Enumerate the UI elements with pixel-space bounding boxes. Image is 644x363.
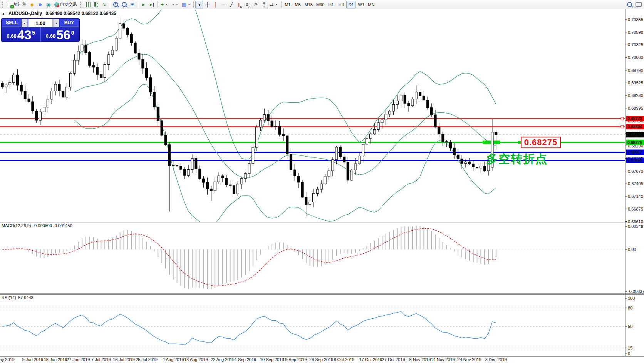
candlestick-chart-button[interactable] [92, 1, 100, 8]
zoom-in-button[interactable]: + [112, 1, 120, 8]
search-button[interactable] [626, 1, 634, 8]
svg-text:0.68773: 0.68773 [627, 116, 642, 121]
periods-button[interactable]: ◔▼ [170, 1, 180, 8]
rsi-tick-label: 50 [628, 324, 632, 329]
time-axis[interactable]: 30 May 20199 Jun 201918 Jun 201927 Jun 2… [0, 357, 507, 362]
horizontal-line-tool-button[interactable]: ─ [220, 1, 227, 8]
one-click-trading-panel: SELL ▼ ▲ BUY 0.68435 0.68560 [1, 18, 80, 42]
volume-increase-button[interactable]: ▲ [53, 19, 59, 27]
level-price-callout[interactable]: 0.68275 [521, 137, 561, 148]
crosshair-icon: ┼ [206, 2, 209, 7]
buy-price[interactable]: 0.68560 [40, 27, 80, 42]
timeframe-group: M1M5M15M30H1H4D1W1MN [283, 1, 376, 8]
bar-chart-button[interactable] [84, 1, 92, 8]
timeframe-button-D1[interactable]: D1 [346, 1, 356, 8]
signals-button[interactable]: ◉ [45, 1, 52, 8]
toolbar-separator [110, 1, 110, 8]
channel-tool-button[interactable]: ∥E [236, 1, 243, 8]
rsi-tick-label: 100 [628, 296, 635, 301]
date-tick-label: 9 Jun 2019 [22, 357, 43, 362]
arrows-icon: ⇄ [270, 2, 274, 7]
rsi-tick-label: 0 [628, 351, 630, 356]
chart-canvas[interactable]: 0.708550.705900.703250.700600.697900.695… [0, 0, 644, 363]
zoom-out-button[interactable]: − [120, 1, 128, 8]
new-order-button[interactable]: + 新订单 [6, 1, 28, 8]
volume-input[interactable] [28, 19, 53, 27]
new-order-label: 新订单 [13, 2, 26, 7]
person-icon: ☻ [38, 2, 43, 7]
sell-button[interactable]: SELL [2, 19, 21, 27]
trendline-tool-button[interactable]: ╱ [228, 1, 235, 8]
rsi-tick-label: 15 [628, 346, 632, 350]
chart-shift-button[interactable]: ▶ [148, 1, 156, 8]
text-tool-button[interactable]: A [252, 1, 260, 8]
vertical-line-tool-button[interactable]: │ [211, 1, 219, 8]
timeframe-button-M15[interactable]: M15 [303, 1, 314, 8]
svg-text:0.68604: 0.68604 [627, 124, 642, 129]
toolbar-separator [281, 1, 282, 8]
indicators-icon: + [161, 2, 164, 7]
date-tick-label: 7 Jul 2019 [91, 357, 111, 362]
cursor-icon: ▲ [196, 2, 202, 7]
date-tick-label: 29 Sep 2019 [309, 357, 333, 362]
price-tick-label: 0.70590 [628, 30, 643, 35]
market-watch-button[interactable]: ◆ [28, 1, 36, 8]
buy-button[interactable]: BUY [60, 19, 79, 27]
auto-trading-icon [54, 2, 59, 7]
arrows-tool-button[interactable]: ⇄▼ [268, 1, 280, 8]
timeframe-button-H1[interactable]: H1 [326, 1, 336, 8]
date-tick-label: 17 Oct 2019 [359, 357, 382, 362]
timeframe-button-M1[interactable]: M1 [283, 1, 293, 8]
search-icon [627, 2, 632, 7]
toolbar-drag-handle[interactable] [2, 2, 5, 8]
chart-symbol: AUDUSD-,Daily [8, 11, 42, 16]
chart-title: ▲ AUDUSD-,Daily 0.68490 0.68542 0.68122 … [2, 11, 116, 16]
line-selection-handle[interactable] [621, 117, 624, 120]
line-chart-icon: ∿ [102, 2, 106, 7]
price-tick-label: 0.70855 [628, 17, 643, 22]
sell-price-prefix: 0.68 [7, 33, 16, 40]
auto-trading-button[interactable]: 自动交易 [53, 1, 79, 8]
timeframe-button-H4[interactable]: H4 [336, 1, 346, 8]
crosshair-tool-button[interactable]: ┼ [203, 1, 211, 8]
chat-button[interactable] [634, 1, 643, 8]
sell-price[interactable]: 0.68435 [2, 27, 40, 42]
turning-point-note[interactable]: 多空转折点 [486, 153, 548, 165]
toolbar-separator [138, 1, 138, 8]
rsi-label: RSI(14) 57.9443 [2, 295, 34, 300]
timeframe-button-W1[interactable]: W1 [356, 1, 366, 8]
price-tick-label: 0.67670 [628, 169, 643, 174]
collapse-arrow-icon[interactable]: ▲ [2, 12, 5, 15]
date-tick-label: 14 Nov 2019 [431, 357, 455, 362]
indicators-button[interactable]: +▼ [159, 1, 169, 8]
timeframe-button-MN[interactable]: MN [366, 1, 376, 8]
line-chart-button[interactable]: ∿ [101, 1, 108, 8]
price-tick-label: 0.70060 [628, 55, 643, 60]
trader-profile-button[interactable]: ☻ [36, 1, 44, 8]
timeframe-button-M5[interactable]: M5 [293, 1, 303, 8]
macd-tick-label: 0.00349 [628, 224, 643, 229]
toolbar-drag-handle[interactable] [80, 2, 83, 8]
date-tick-label: 22 Aug 2019 [211, 357, 235, 362]
fibonacci-tool-button[interactable]: ≡F [244, 1, 252, 8]
date-tick-label: 4 Aug 2019 [163, 357, 184, 362]
tile-windows-icon: ⊞ [130, 2, 134, 7]
signal-icon: ◉ [46, 2, 50, 7]
text-tool-icon: A [255, 2, 258, 7]
timeframe-button-M30[interactable]: M30 [315, 1, 326, 8]
chevron-down-icon: ▼ [176, 3, 178, 6]
text-label-tool-button[interactable]: T [260, 1, 268, 8]
macd-tick-label: 0.00 [628, 247, 636, 252]
cursor-tool-button[interactable]: ▲ [195, 1, 203, 8]
volume-decrease-button[interactable]: ▼ [22, 19, 28, 27]
templates-button[interactable]: ▦▼ [180, 1, 192, 8]
trendline-icon: ╱ [230, 2, 233, 7]
auto-scroll-button[interactable]: ▶ [140, 1, 148, 8]
sell-price-big: 43 [17, 30, 32, 40]
label-anchor-handle[interactable] [518, 141, 521, 144]
fibo-sub-label: F [248, 5, 250, 8]
chart-shift-icon: ▶ [150, 3, 154, 7]
tile-windows-button[interactable]: ⊞ [129, 1, 136, 8]
line-selection-handle[interactable] [621, 125, 624, 128]
fibonacci-icon: ≡ [245, 2, 248, 7]
